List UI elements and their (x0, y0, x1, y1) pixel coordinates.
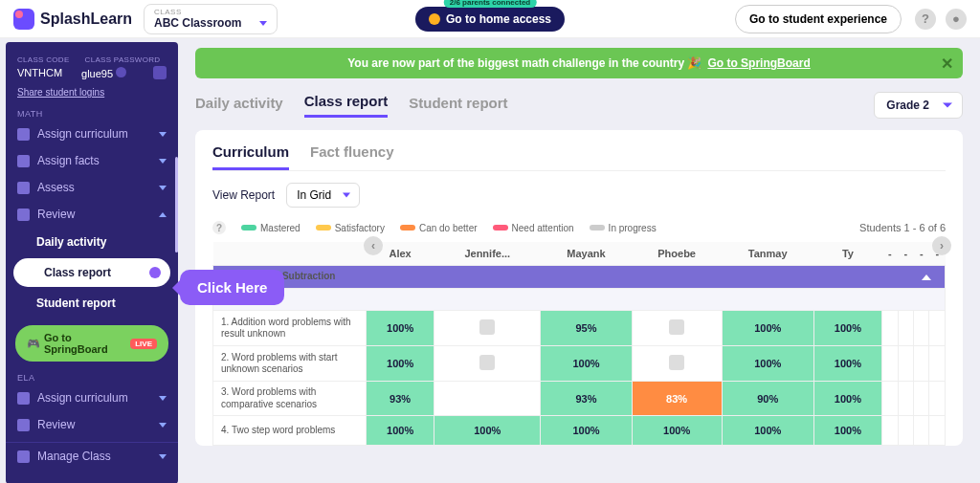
lock-icon (479, 355, 495, 370)
cell-empty (882, 416, 898, 446)
sidebar-item-label: Manage Class (37, 450, 111, 463)
curriculum-icon (17, 128, 30, 141)
cell-empty (898, 382, 913, 416)
cell-score: 100% (722, 346, 813, 382)
section-header[interactable]: Addition and Subtraction (213, 266, 946, 289)
chevron-down-icon (159, 423, 167, 428)
sidebar-item-assign-facts[interactable]: Assign facts (6, 147, 178, 174)
legend-label: In progress (609, 223, 657, 233)
cell-score: 83% (632, 382, 722, 416)
cell-locked (434, 311, 541, 346)
cell-empty (898, 311, 913, 346)
legend-dot-progress (590, 225, 605, 231)
cell-empty (914, 346, 929, 382)
class-pw-label: CLASS PASSWORD (85, 55, 161, 64)
help-icon[interactable]: ? (915, 9, 936, 30)
sidebar-sub-label: Class report (44, 266, 111, 279)
next-students-button[interactable]: › (932, 236, 951, 255)
students-count: Students 1 - 6 of 6 (859, 222, 946, 233)
class-selector-value: ABC Classroom (154, 16, 241, 30)
sidebar-item-review[interactable]: Review (6, 201, 178, 228)
sidebar-sub-student-report[interactable]: Student report (6, 289, 178, 318)
help-icon[interactable]: ? (212, 221, 226, 234)
curriculum-icon (17, 392, 30, 405)
facts-icon (17, 155, 30, 167)
student-header: Phoebe (632, 242, 722, 266)
student-header: Jennife... (434, 242, 541, 266)
share-logins-link[interactable]: Share student logins (6, 81, 178, 105)
cell-empty (898, 346, 913, 382)
view-report-select[interactable]: In Grid (286, 183, 360, 208)
student-header: Ty (813, 242, 881, 266)
row-label: 4. Two step word problems (213, 416, 367, 446)
row-label: 3. Word problems with comparative scenar… (213, 382, 367, 416)
chevron-up-icon (922, 274, 931, 280)
sidebar-sub-class-report[interactable]: Class report (13, 258, 170, 287)
banner-link[interactable]: Go to SpringBoard (707, 56, 810, 70)
legend-dot-need (493, 225, 508, 231)
section-math: MATH (6, 105, 178, 121)
scrollbar[interactable] (175, 157, 178, 252)
grade-selector[interactable]: Grade 2 (874, 92, 963, 119)
student-header: - (914, 242, 929, 266)
logo-text: SplashLearn (40, 11, 132, 28)
cell-score: 100% (632, 416, 722, 446)
tab-fact-fluency[interactable]: Fact fluency (310, 143, 394, 170)
springboard-label: Go to SpringBoard (44, 332, 126, 355)
legend-dot-better (400, 225, 415, 231)
review-icon (17, 209, 30, 221)
home-access-button[interactable]: 2/6 parents connected Go to home access (415, 7, 565, 32)
cell-empty (882, 346, 898, 382)
cell-score: 100% (434, 416, 541, 446)
sidebar-item-label: Review (37, 418, 75, 431)
cell-score: 100% (367, 311, 434, 346)
springboard-button[interactable]: 🎮 Go to SpringBoardLIVE (15, 325, 168, 362)
cell-empty (882, 311, 898, 346)
cell-score: 100% (541, 416, 632, 446)
profile-icon[interactable]: ● (946, 9, 967, 30)
cell-locked (434, 346, 541, 382)
logo[interactable]: SplashLearn (13, 9, 132, 30)
view-report-label: View Report (212, 188, 275, 202)
sidebar-item-assess[interactable]: Assess (6, 174, 178, 201)
student-header: Mayank (541, 242, 632, 266)
chevron-up-icon (159, 212, 167, 217)
info-icon[interactable] (116, 67, 126, 77)
cell-score: 100% (367, 416, 434, 446)
cell-empty (929, 311, 946, 346)
tab-daily-activity[interactable]: Daily activity (195, 95, 283, 117)
copy-icon[interactable] (153, 66, 167, 79)
table-row: 3. Word problems with comparative scenar… (213, 382, 946, 416)
tab-student-report[interactable]: Student report (409, 95, 507, 117)
sidebar-item-ela-curriculum[interactable]: Assign curriculum (6, 384, 178, 411)
class-selector[interactable]: CLASS ABC Classroom (144, 4, 278, 34)
student-experience-button[interactable]: Go to student experience (735, 5, 902, 33)
class-code-label: CLASS CODE (17, 55, 70, 64)
cell-empty (898, 416, 913, 446)
tab-curriculum[interactable]: Curriculum (212, 143, 289, 170)
tab-class-report[interactable]: Class report (304, 93, 389, 118)
legend-dot-mastered (241, 225, 256, 231)
home-access-label: Go to home access (446, 12, 551, 26)
sidebar-item-label: Assess (37, 181, 75, 194)
class-code: VNTHCM (17, 67, 62, 78)
cell-empty (882, 382, 898, 416)
sidebar-item-ela-review[interactable]: Review (6, 411, 178, 438)
legend-label: Can do better (419, 223, 478, 233)
cell-score: 100% (813, 416, 881, 446)
prev-students-button[interactable]: ‹ (364, 236, 383, 255)
sidebar-item-manage-class[interactable]: Manage Class (6, 442, 178, 470)
chevron-down-icon (159, 186, 167, 190)
chevron-down-icon (159, 454, 167, 459)
chevron-down-icon (159, 396, 167, 401)
sidebar-item-assign-curriculum[interactable]: Assign curriculum (6, 121, 178, 147)
student-header: - (898, 242, 913, 266)
section-ela: ELA (6, 369, 178, 384)
table-row: 1. Addition word problems with result un… (213, 311, 946, 346)
sidebar-sub-daily-activity[interactable]: Daily activity (6, 228, 178, 256)
close-icon[interactable]: ✕ (941, 55, 953, 73)
sidebar-item-label: Assign curriculum (37, 391, 128, 405)
lock-icon (479, 319, 495, 335)
sidebar-item-label: Review (37, 208, 75, 221)
banner: You are now part of the biggest math cha… (195, 48, 963, 78)
